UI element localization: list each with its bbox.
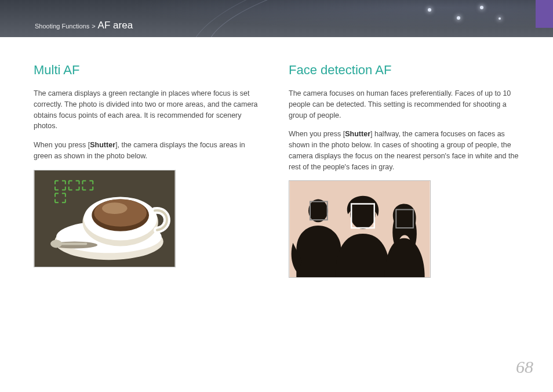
sparkle-icon	[499, 17, 501, 20]
illustration-multi-af	[34, 170, 176, 267]
text: When you press [	[289, 130, 345, 138]
svg-point-5	[50, 239, 62, 248]
paragraph: When you press [Shutter] halfway, the ca…	[289, 129, 519, 172]
text-shutter: Shutter	[345, 130, 370, 138]
section-tab	[536, 0, 553, 28]
sparkle-icon	[480, 6, 483, 9]
breadcrumb-section: AF area	[98, 20, 133, 31]
text: When you press [	[34, 141, 90, 149]
paragraph: The camera displays a green rectangle in…	[34, 88, 264, 132]
text-shutter: Shutter	[90, 141, 115, 149]
page-header: Shooting Functions > AF area	[0, 0, 553, 37]
heading-face-detection-af: Face detection AF	[289, 63, 519, 78]
sparkle-icon	[457, 16, 460, 20]
header-curve-2	[180, 0, 553, 37]
svg-point-10	[102, 202, 127, 214]
illustration-face-detection	[289, 180, 431, 278]
paragraph: The camera focuses on human faces prefer…	[289, 88, 519, 121]
breadcrumb-sep: >	[92, 23, 95, 30]
page-number: 68	[516, 357, 533, 377]
breadcrumb: Shooting Functions > AF area	[35, 20, 133, 31]
sparkle-icon	[428, 8, 431, 12]
heading-multi-af: Multi AF	[34, 63, 264, 78]
page-content: Multi AF The camera displays a green rec…	[0, 37, 553, 278]
column-right: Face detection AF The camera focuses on …	[289, 63, 519, 278]
breadcrumb-parent: Shooting Functions	[35, 23, 89, 30]
paragraph: When you press [Shutter], the camera dis…	[34, 140, 264, 162]
svg-point-12	[308, 199, 328, 223]
column-left: Multi AF The camera displays a green rec…	[34, 63, 264, 278]
